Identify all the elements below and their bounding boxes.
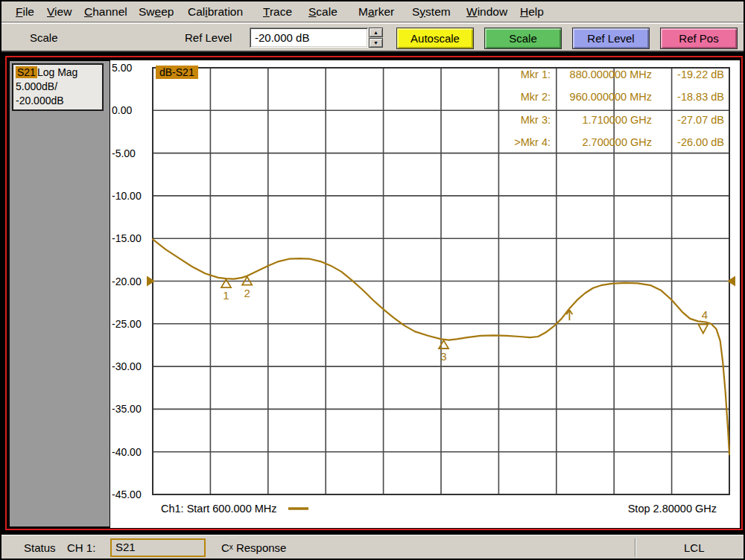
trace-sidebar: S21Log Mag 5.000dB/ -20.000dB	[10, 61, 110, 526]
y-tick-label: 0.00	[112, 104, 132, 116]
trace-status-panel[interactable]: S21Log Mag 5.000dB/ -20.000dB	[12, 63, 104, 111]
marker-readout: Mkr 1:880.000000 MHz-19.22 dBMkr 2:960.0…	[498, 63, 724, 154]
menu-item-view[interactable]: View	[44, 1, 74, 22]
y-tick-label: -10.00	[112, 190, 142, 202]
marker-3-number: 3	[440, 350, 446, 363]
channel-measurement-box: S21	[110, 538, 206, 557]
toolbar-button-ref-level[interactable]: Ref Level	[572, 28, 650, 49]
marker-frequency-1: 880.000000 MHz	[551, 63, 652, 86]
channel-measurement-value: S21	[115, 541, 136, 553]
stop-frequency-label: Stop 2.80000 GHz	[628, 503, 717, 515]
marker-name-3: Mkr 3:	[498, 109, 551, 131]
marker-value-4: -26.00 dB	[652, 131, 724, 153]
y-tick-label: 5.00	[112, 62, 132, 74]
vna-application-window: FileViewChannelSweepCalibrationTraceScal…	[0, 0, 745, 560]
trace-scale-label: 5.000dB/	[16, 80, 100, 94]
y-tick-label: -40.00	[112, 446, 142, 458]
marker-frequency-3: 1.710000 GHz	[551, 109, 652, 131]
marker-value-1: -19.22 dB	[652, 63, 724, 86]
y-tick-label: -30.00	[112, 360, 142, 372]
statusbar-separator	[635, 538, 636, 557]
ref-level-input[interactable]	[250, 28, 368, 48]
marker-3-triangle[interactable]	[439, 340, 448, 349]
y-tick-label: -45.00	[112, 489, 142, 500]
ref-level-label: Ref Level	[185, 31, 244, 44]
menu-item-trace[interactable]: Trace	[260, 1, 295, 22]
menu-item-marker[interactable]: Marker	[355, 1, 397, 22]
menu-item-file[interactable]: File	[13, 1, 37, 22]
marker-name-2: Mkr 2:	[498, 86, 551, 108]
scale-toolbar: Scale Ref Level ▲ ▼ AutoscaleScaleRef Le…	[1, 23, 744, 52]
toolbar-mode-label: Scale	[30, 31, 58, 44]
marker-name-1: Mkr 1:	[498, 63, 551, 86]
y-tick-label: -35.00	[112, 403, 142, 415]
channel-label: CH 1:	[67, 541, 95, 554]
menu-item-sweep[interactable]: Sweep	[136, 1, 177, 22]
correction-status: Cˣ Response	[221, 541, 286, 554]
start-frequency-label: Ch1: Start 600.000 MHz	[161, 503, 277, 515]
y-tick-label: -15.00	[112, 232, 142, 244]
ref-level-indicator-left[interactable]	[147, 276, 155, 287]
y-tick-label: -25.00	[112, 318, 142, 330]
y-tick-label: -5.00	[112, 147, 136, 159]
trace-param-chip: S21	[16, 66, 37, 78]
control-mode-label: LCL	[684, 541, 705, 554]
ref-level-indicator-right[interactable]	[727, 276, 735, 287]
ref-level-spinner: ▲ ▼	[369, 28, 383, 48]
marker-name-4: >Mkr 4:	[498, 131, 551, 153]
display-area: S21Log Mag 5.000dB/ -20.000dB 5.000.00-5…	[1, 52, 745, 535]
marker-frequency-4: 2.700000 GHz	[551, 131, 652, 153]
toolbar-button-ref-pos[interactable]: Ref Pos	[660, 28, 738, 49]
trace-ref-label: -20.000dB	[16, 94, 100, 108]
marker-4-number: 4	[702, 308, 708, 321]
menu-item-window[interactable]: Window	[463, 1, 510, 22]
toolbar-button-autoscale[interactable]: Autoscale	[396, 28, 474, 49]
menu-item-system[interactable]: System	[409, 1, 454, 22]
toolbar-button-scale[interactable]: Scale	[484, 28, 562, 49]
marker-1-number: 1	[223, 289, 229, 302]
spinner-up-button[interactable]: ▲	[369, 28, 383, 37]
marker-value-3: -27.07 dB	[652, 109, 724, 131]
marker-frequency-2: 960.000000 MHz	[551, 86, 652, 108]
trace-title-tag: dB-S21	[156, 66, 198, 79]
marker-value-2: -18.83 dB	[652, 86, 724, 108]
spinner-down-button[interactable]: ▼	[369, 38, 383, 48]
menu-item-channel[interactable]: Channel	[81, 1, 130, 22]
menu-item-help[interactable]: Help	[517, 1, 547, 22]
menu-bar: FileViewChannelSweepCalibrationTraceScal…	[1, 1, 744, 22]
status-label: Status	[24, 541, 56, 554]
trace-format-label: Log Mag	[37, 66, 77, 78]
status-bar: Status CH 1: S21 Cˣ Response LCL	[1, 535, 744, 560]
menu-item-calibration[interactable]: Calibration	[185, 1, 246, 22]
marker-2-number: 2	[244, 287, 250, 299]
marker-4-triangle[interactable]	[698, 325, 708, 334]
graticule-area[interactable]: 5.000.00-5.00-10.00-15.00-20.00-25.00-30…	[110, 60, 740, 528]
y-tick-label: -20.00	[112, 276, 142, 287]
menu-item-scale[interactable]: Scale	[305, 1, 340, 22]
